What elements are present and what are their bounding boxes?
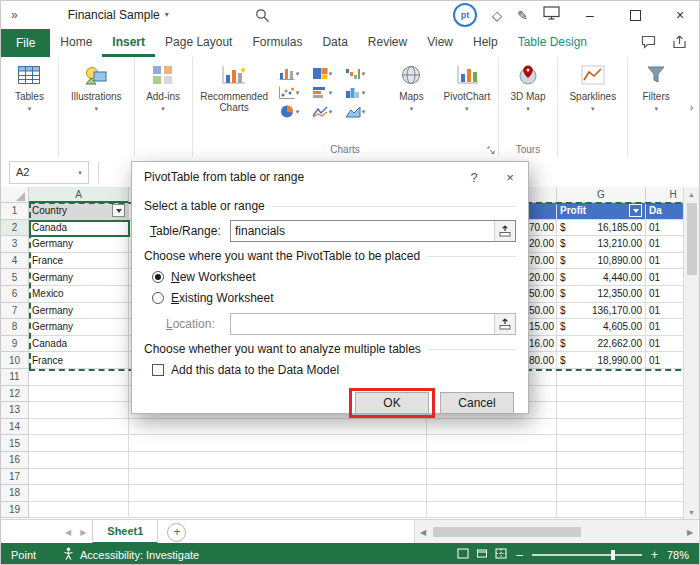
tab-insert[interactable]: Insert <box>102 29 155 57</box>
scroll-left-icon[interactable]: ◀ <box>415 528 431 537</box>
name-box[interactable]: A2 ▾ <box>9 161 89 184</box>
filter-icon[interactable] <box>112 204 125 217</box>
cell[interactable] <box>427 469 557 486</box>
cell[interactable]: $10,890.00 <box>557 253 646 270</box>
table-range-input[interactable] <box>231 224 494 238</box>
quick-access-collapse-icon[interactable]: » <box>11 8 18 22</box>
addins-button[interactable]: Add-ins ▾ <box>146 57 180 112</box>
tab-data[interactable]: Data <box>312 29 357 57</box>
cell-profit-header[interactable]: Profit <box>557 203 646 220</box>
vertical-scroll-thumb[interactable] <box>687 203 697 275</box>
cell[interactable] <box>129 502 427 519</box>
sparklines-button[interactable]: Sparklines ▾ <box>569 57 616 112</box>
cell[interactable]: Germany <box>29 236 129 253</box>
cell[interactable] <box>29 402 129 419</box>
row-header[interactable]: 18 <box>1 485 29 502</box>
row-header[interactable]: 11 <box>1 369 29 386</box>
search-icon[interactable] <box>255 8 270 23</box>
cell[interactable]: $16,185.00 <box>557 220 646 237</box>
zoom-out-button[interactable]: – <box>516 548 523 562</box>
normal-view-icon[interactable] <box>457 548 469 561</box>
add-sheet-button[interactable]: + <box>167 523 186 542</box>
waterfall-chart-button[interactable]: ▾ <box>345 67 378 80</box>
ribbon-more-icon[interactable]: › <box>684 57 699 157</box>
cell[interactable] <box>29 419 129 436</box>
row-header[interactable]: 6 <box>1 286 29 303</box>
page-break-view-icon[interactable] <box>495 548 507 561</box>
cell[interactable] <box>29 502 129 519</box>
cell[interactable] <box>427 452 557 469</box>
cell[interactable]: $12,350.00 <box>557 286 646 303</box>
row-header[interactable]: 17 <box>1 469 29 486</box>
cell[interactable] <box>557 469 646 486</box>
cell[interactable]: Mexico <box>29 286 129 303</box>
cell[interactable]: $136,170.00 <box>557 303 646 320</box>
help-button[interactable]: ? <box>456 162 492 192</box>
filter-icon[interactable] <box>629 204 642 217</box>
tab-table-design[interactable]: Table Design <box>508 29 597 57</box>
cell[interactable]: Germany <box>29 303 129 320</box>
cell[interactable] <box>29 386 129 403</box>
cell[interactable]: $18,990.00 <box>557 352 646 369</box>
row-header[interactable]: 15 <box>1 435 29 452</box>
cell[interactable] <box>29 452 129 469</box>
tab-formulas[interactable]: Formulas <box>242 29 312 57</box>
cell[interactable]: Canada <box>29 336 129 353</box>
zoom-slider[interactable] <box>532 554 642 556</box>
workbook-name[interactable]: Financial Sample ▾ <box>68 8 169 22</box>
cell[interactable]: Germany <box>29 319 129 336</box>
cell[interactable] <box>29 485 129 502</box>
cell[interactable] <box>29 369 129 386</box>
cell[interactable] <box>129 485 427 502</box>
cell[interactable]: Germany <box>29 269 129 286</box>
illustrations-button[interactable]: Illustrations ▾ <box>71 57 122 112</box>
cell[interactable]: Canada <box>29 220 129 237</box>
cell[interactable] <box>557 402 646 419</box>
row-header[interactable]: 2 <box>1 220 29 237</box>
sheet-nav-right-icon[interactable]: ▶ <box>80 528 86 537</box>
pie-chart-button[interactable]: ▾ <box>279 105 312 118</box>
cell-country-header[interactable]: Country <box>29 203 129 220</box>
pivotchart-button[interactable]: PivotChart ▾ <box>436 57 497 112</box>
maximize-button[interactable] <box>620 2 650 28</box>
cell[interactable] <box>129 452 427 469</box>
comments-icon[interactable] <box>641 35 656 52</box>
select-all-corner[interactable] <box>1 187 29 203</box>
row-header[interactable]: 16 <box>1 452 29 469</box>
area-chart-button[interactable]: ▾ <box>345 105 378 118</box>
minimize-button[interactable]: – <box>575 2 605 28</box>
tab-home[interactable]: Home <box>50 29 102 57</box>
range-selector-icon[interactable] <box>494 221 515 241</box>
diamond-icon[interactable]: ◇ <box>492 8 502 23</box>
scatter-chart-button[interactable]: ▾ <box>279 86 312 99</box>
row-header[interactable]: 14 <box>1 419 29 436</box>
3d-map-button[interactable]: 3D Map ▾ <box>510 57 545 112</box>
cell[interactable] <box>557 452 646 469</box>
column-header-g[interactable]: G <box>557 187 646 203</box>
row-header[interactable]: 8 <box>1 319 29 336</box>
charts-dialog-launcher-icon[interactable] <box>487 146 495 154</box>
bar-chart-button[interactable]: ▾ <box>312 86 345 99</box>
close-button[interactable]: × <box>665 2 695 28</box>
cell[interactable] <box>29 469 129 486</box>
filters-button[interactable]: Filters ▾ <box>643 57 670 112</box>
radio-new-worksheet[interactable] <box>152 271 164 283</box>
cell[interactable] <box>557 386 646 403</box>
range-selector-icon[interactable] <box>494 314 515 334</box>
row-header[interactable]: 9 <box>1 336 29 353</box>
location-input[interactable] <box>231 317 494 331</box>
scroll-right-icon[interactable]: ▶ <box>682 528 698 537</box>
row-header[interactable]: 19 <box>1 502 29 519</box>
row-header[interactable]: 4 <box>1 253 29 270</box>
page-layout-view-icon[interactable] <box>476 548 488 561</box>
tab-file[interactable]: File <box>1 29 50 57</box>
cancel-button[interactable]: Cancel <box>440 392 514 414</box>
cell[interactable] <box>29 435 129 452</box>
vertical-scrollbar[interactable]: ▲ ▼ <box>683 187 699 519</box>
sheet-tab-sheet1[interactable]: Sheet1 <box>92 520 158 544</box>
data-model-checkbox[interactable] <box>152 364 164 376</box>
tab-view[interactable]: View <box>417 29 463 57</box>
tab-help[interactable]: Help <box>463 29 508 57</box>
row-header[interactable]: 10 <box>1 352 29 369</box>
radio-existing-worksheet[interactable] <box>152 292 164 304</box>
